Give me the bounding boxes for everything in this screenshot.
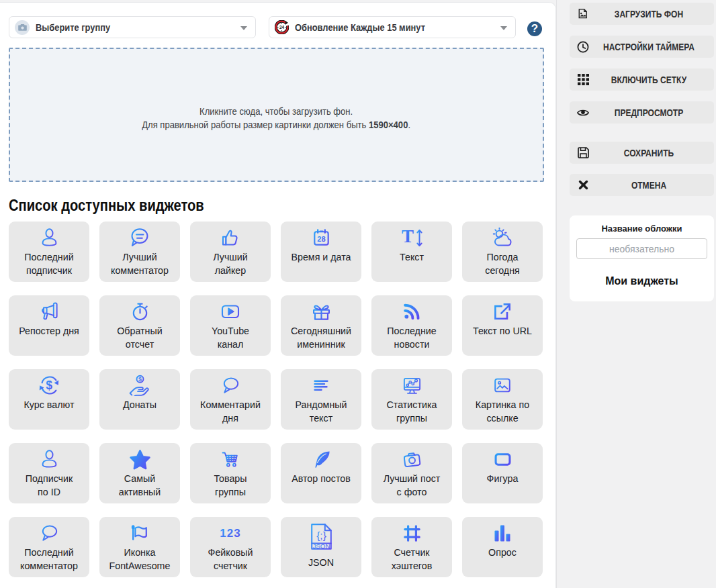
svg-text:24: 24 bbox=[279, 25, 284, 30]
svg-text:T: T bbox=[402, 229, 414, 246]
svg-text:$: $ bbox=[138, 376, 142, 383]
svg-text:$: $ bbox=[46, 379, 52, 392]
svg-text:JSON: JSON bbox=[312, 542, 330, 550]
svg-text:{;}: {;} bbox=[316, 530, 326, 541]
svg-text:28: 28 bbox=[317, 235, 325, 243]
svg-text:123: 123 bbox=[220, 527, 240, 540]
